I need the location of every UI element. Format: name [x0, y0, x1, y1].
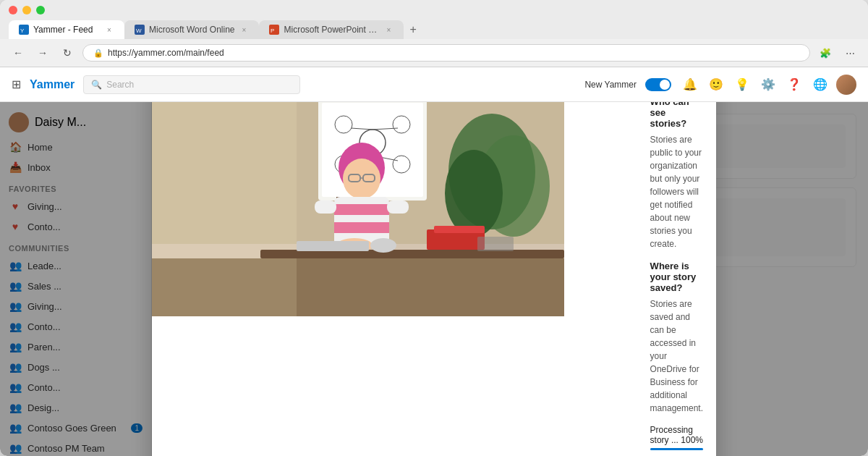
- word-favicon: W: [135, 25, 145, 35]
- modal-overlay: Post story ×: [0, 102, 868, 456]
- modal-info-panel: Who can see stories? Stories are public …: [637, 102, 716, 456]
- progress-bar-fill: [650, 448, 703, 450]
- svg-point-20: [445, 150, 503, 237]
- app-header: ⊞ Yammer 🔍 Search New Yammer 🔔 🙂 💡 ⚙️ ❓ …: [0, 67, 868, 102]
- svg-text:W: W: [136, 28, 142, 33]
- app-grid-icon[interactable]: ⊞: [12, 77, 21, 91]
- tab-ppt-close[interactable]: ×: [383, 25, 393, 35]
- tab-word-close[interactable]: ×: [239, 25, 249, 35]
- maximize-traffic-light[interactable]: [36, 6, 45, 14]
- where-saved-title: Where is your story saved?: [650, 261, 703, 293]
- tabs-row: Y Yammer - Feed × W Microsoft Word Onlin…: [9, 20, 859, 39]
- modal-body: Who can see stories? Stories are public …: [152, 102, 716, 456]
- app-body: Daisy M... 🏠 Home 📥 Inbox Favorites ♥ Gi…: [0, 102, 868, 456]
- browser-window: Y Yammer - Feed × W Microsoft Word Onlin…: [0, 0, 868, 456]
- story-image-svg: [152, 102, 564, 316]
- emoji-icon[interactable]: 🙂: [706, 75, 726, 95]
- new-yammer-label: New Yammer: [584, 80, 637, 90]
- browser-menu-button[interactable]: ⋯: [841, 43, 859, 62]
- svg-rect-30: [334, 222, 389, 233]
- globe-icon[interactable]: 🌐: [810, 75, 830, 95]
- tab-yammer-label: Yammer - Feed: [33, 25, 100, 35]
- search-placeholder: Search: [106, 80, 134, 90]
- who-can-see-text: Stories are public to your organization …: [650, 133, 703, 250]
- browser-extensions-button[interactable]: 🧩: [816, 43, 835, 62]
- notifications-icon[interactable]: 🔔: [680, 75, 700, 95]
- browser-toolbar: ← → ↻ 🔒 https://yammer.com/main/feed 🧩 ⋯: [0, 39, 868, 67]
- app-logo: Yammer: [30, 78, 75, 91]
- tab-ppt[interactable]: P Microsoft PowerPoint Online ×: [259, 20, 404, 39]
- browser-titlebar: Y Yammer - Feed × W Microsoft Word Onlin…: [0, 0, 868, 39]
- svg-rect-36: [434, 226, 485, 233]
- address-text: https://yammer.com/main/feed: [108, 48, 224, 58]
- svg-rect-37: [477, 237, 514, 251]
- svg-rect-32: [387, 200, 409, 214]
- lock-icon: 🔒: [93, 48, 103, 58]
- svg-rect-6: [152, 102, 297, 316]
- svg-text:Y: Y: [20, 28, 25, 33]
- svg-text:P: P: [271, 28, 274, 33]
- minimize-traffic-light[interactable]: [22, 6, 31, 14]
- new-yammer-toggle[interactable]: [645, 78, 671, 91]
- tab-word[interactable]: W Microsoft Word Online ×: [124, 20, 259, 39]
- header-icons: 🔔 🙂 💡 ⚙️ ❓ 🌐: [680, 75, 856, 95]
- tab-word-label: Microsoft Word Online: [149, 25, 234, 35]
- refresh-nav-button[interactable]: ↻: [58, 43, 77, 62]
- svg-rect-29: [334, 204, 389, 215]
- progress-bar-track: [650, 448, 703, 450]
- app-content: ⊞ Yammer 🔍 Search New Yammer 🔔 🙂 💡 ⚙️ ❓ …: [0, 67, 868, 456]
- traffic-lights: [9, 6, 859, 14]
- new-tab-button[interactable]: +: [404, 20, 422, 39]
- forward-nav-button[interactable]: →: [33, 43, 52, 62]
- close-traffic-light[interactable]: [9, 6, 17, 14]
- search-icon: 🔍: [91, 80, 102, 90]
- tab-yammer[interactable]: Y Yammer - Feed ×: [9, 20, 124, 39]
- processing-text: Processing story ... 100%: [650, 425, 703, 445]
- bulb-icon[interactable]: 💡: [732, 75, 752, 95]
- ppt-favicon: P: [269, 25, 279, 35]
- story-image-area: [152, 102, 637, 316]
- svg-point-39: [370, 238, 396, 253]
- help-icon[interactable]: ❓: [784, 75, 804, 95]
- back-nav-button[interactable]: ←: [9, 43, 27, 62]
- tab-ppt-label: Microsoft PowerPoint Online: [284, 25, 379, 35]
- app-search-bar[interactable]: 🔍 Search: [83, 75, 300, 94]
- svg-rect-31: [315, 200, 336, 214]
- address-bar[interactable]: 🔒 https://yammer.com/main/feed: [82, 44, 810, 62]
- yammer-favicon: Y: [19, 25, 29, 35]
- settings-icon[interactable]: ⚙️: [758, 75, 778, 95]
- tab-yammer-close[interactable]: ×: [104, 25, 114, 35]
- who-can-see-title: Who can see stories?: [650, 102, 703, 129]
- progress-area: Processing story ... 100%: [650, 425, 703, 450]
- avatar-image: [836, 75, 856, 95]
- toggle-knob: [660, 80, 670, 90]
- where-saved-text: Stories are saved and can be accessed in…: [650, 297, 703, 415]
- post-story-modal: Post story ×: [152, 102, 716, 456]
- svg-rect-38: [297, 241, 369, 251]
- user-avatar[interactable]: [836, 75, 856, 95]
